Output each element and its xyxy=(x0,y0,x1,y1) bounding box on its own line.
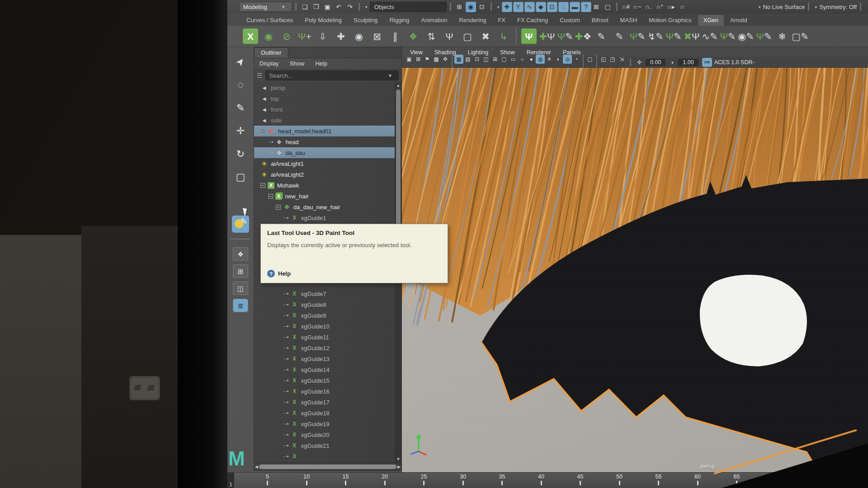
frame-tick-40[interactable]: 40 xyxy=(533,474,549,485)
clapboard-icon[interactable]: ▬ xyxy=(570,2,580,12)
tree-item-da_dau_new_hair[interactable]: −❖da_dau_new_hair xyxy=(254,202,395,212)
xgen-preview-toggle-icon[interactable]: ◉ xyxy=(261,28,276,44)
tree-item-new_hair[interactable]: −Xnew_hair xyxy=(254,191,395,202)
image-plane-icon[interactable]: ▦ xyxy=(432,55,441,64)
shelf-tab-fx[interactable]: FX xyxy=(492,15,511,26)
view-transform-label[interactable]: ACES 1.0 SDR- xyxy=(714,59,755,66)
open-scene-icon[interactable]: ❒ xyxy=(311,2,321,12)
tree-item-head[interactable]: ─●❖head xyxy=(254,136,395,147)
last-tool-3d-paint-tool[interactable]: ✎ xyxy=(232,216,249,233)
scroll-right-icon[interactable]: ▶ xyxy=(397,465,401,469)
move-tool[interactable]: ✛ xyxy=(232,122,249,140)
motion-blur-icon[interactable]: ◔ xyxy=(572,55,581,64)
gate-mask-icon[interactable]: ◫ xyxy=(481,55,491,64)
tooltip-help-link[interactable]: Help xyxy=(278,270,291,277)
groom-cut-brush-icon[interactable]: ↯✎ xyxy=(648,28,663,44)
outliner-search-input[interactable]: Search... ▼ xyxy=(265,70,399,80)
xgen-bend-guide-icon[interactable]: ↳ xyxy=(496,28,511,44)
lasso-select-tool[interactable]: ◌ xyxy=(232,76,249,94)
layout-outliner-persp-button[interactable]: ≣ xyxy=(233,299,248,312)
xgen-move-guides-icon[interactable]: ✖ xyxy=(478,28,493,44)
shelf-tab-fx-caching[interactable]: FX Caching xyxy=(512,15,553,26)
frame-tick-5[interactable]: 5 xyxy=(259,474,276,485)
tree-item-persp[interactable]: ◄persp xyxy=(254,82,395,93)
tree-item-front[interactable]: ◄front xyxy=(254,104,395,115)
select-objects-icon[interactable]: ◉ xyxy=(466,2,476,12)
outliner-hscrollbar[interactable]: ◀ ▶ xyxy=(254,462,401,470)
magnet-viewplane-icon[interactable]: ∩▸ xyxy=(666,2,676,12)
xgen-export-patches-icon[interactable]: ⇩ xyxy=(315,28,330,44)
scroll-down-icon[interactable]: ▼ xyxy=(395,456,401,462)
frame-tick-10[interactable]: 10 xyxy=(298,474,315,485)
camera-bookmark-icon[interactable]: ⚑ xyxy=(423,55,432,64)
shelf-tab-poly-modeling[interactable]: Poly Modeling xyxy=(299,15,347,26)
groom-grass-brush-icon[interactable]: Ψ✎ xyxy=(557,28,573,44)
shelf-tab-xgen[interactable]: XGen xyxy=(698,15,724,26)
tree-item-xgGuide9[interactable]: ─●XxgGuide9 xyxy=(254,310,395,321)
frame-tick-30[interactable]: 30 xyxy=(455,474,471,485)
frame-tick-50[interactable]: 50 xyxy=(611,474,627,485)
isolate-select-icon[interactable]: ▢ xyxy=(585,55,594,64)
xgen-guide-visibility-icon[interactable]: ◉ xyxy=(351,28,367,44)
snap-point-icon[interactable]: ◆ xyxy=(536,2,546,12)
ik-wishbone-icon[interactable]: Y xyxy=(513,2,524,12)
chevron-down-icon[interactable]: ▾ xyxy=(497,5,500,9)
undo-icon[interactable]: ↶ xyxy=(334,2,344,12)
outliner-panel-tab[interactable]: Outliner xyxy=(254,47,288,58)
shelf-tab-arnold[interactable]: Arnold xyxy=(725,15,753,26)
resize-icon[interactable]: ⇲ xyxy=(617,55,626,64)
tree-item-xgGuide20[interactable]: ─●XxgGuide20 xyxy=(254,429,395,440)
resolution-gate-icon[interactable]: ⊡ xyxy=(472,55,481,64)
scale-tool[interactable]: ▢ xyxy=(232,169,249,186)
expander-icon[interactable]: − xyxy=(268,194,273,199)
selection-marquee-icon[interactable]: ▢ xyxy=(603,2,613,12)
menu-set-selector[interactable]: Modeling ▼ xyxy=(239,2,292,12)
layout-two-pane-button[interactable]: ◫ xyxy=(233,282,248,295)
paint-select-tool[interactable]: ✎ xyxy=(232,99,249,117)
groom-place-brush-icon[interactable]: ✎ xyxy=(594,28,609,44)
magnet-point-icon[interactable]: ∩. xyxy=(643,2,654,12)
tree-item-xgGuide11[interactable]: ─●XxgGuide11 xyxy=(254,332,395,343)
symmetry-field[interactable]: Symmetry: Off xyxy=(819,4,857,10)
particle-cluster-icon[interactable]: ∴ xyxy=(558,2,569,12)
tree-item-Mohawk[interactable]: −XMohawk xyxy=(254,180,395,191)
xgen-editor-icon[interactable]: X xyxy=(243,28,258,44)
help-icon[interactable]: ? xyxy=(581,2,591,12)
frame-tick-20[interactable]: 20 xyxy=(377,474,393,485)
groom-comb-brush-icon[interactable]: ✎ xyxy=(612,28,627,44)
xgen-guide-outline-icon[interactable]: ▢ xyxy=(460,28,475,44)
ao-icon[interactable]: ◎ xyxy=(563,55,572,64)
safe-title-icon[interactable]: ▭ xyxy=(509,55,518,64)
xgen-mirror-guides-icon[interactable]: ∥ xyxy=(387,28,403,44)
chevron-down-icon[interactable]: ▾ xyxy=(365,5,368,9)
exposure-icon[interactable]: ✣ xyxy=(635,58,644,67)
frame-tick-60[interactable]: 60 xyxy=(689,474,706,485)
tree-item-aiAreaLight2[interactable]: ☀aiAreaLight2 xyxy=(254,169,395,180)
tree-item-head_model:head01[interactable]: −◤head_model:head01 xyxy=(254,126,395,136)
grid-icon[interactable]: ▦ xyxy=(454,55,463,64)
expander-icon[interactable]: − xyxy=(260,183,265,188)
xgen-disable-preview-icon[interactable]: ⊘ xyxy=(279,28,294,44)
tree-item-xgGuide10[interactable]: ─●XxgGuide10 xyxy=(254,321,395,332)
menu-show[interactable]: Show xyxy=(290,60,305,67)
groom-add-guides-icon[interactable]: ✚Ψ xyxy=(539,28,555,44)
snap-curve-icon[interactable]: ∿ xyxy=(524,2,535,12)
filter-icon[interactable]: ☰ xyxy=(257,72,263,79)
shelf-tab-rigging[interactable]: Rigging xyxy=(384,15,415,26)
objects-field[interactable]: Objects xyxy=(370,2,447,12)
select-hierarchy-icon[interactable]: ⊞ xyxy=(454,2,465,12)
tree-item-xgGuide8[interactable]: ─●XxgGuide8 xyxy=(254,299,395,310)
safe-action-icon[interactable]: ▢ xyxy=(500,55,509,64)
magnet-grid-icon[interactable]: ∩# xyxy=(621,2,631,12)
chevron-down-icon[interactable]: ▾ xyxy=(759,5,761,9)
tree-item-xgGuide19[interactable]: ─●XxgGuide19 xyxy=(254,418,395,429)
xgen-create-description-icon[interactable]: Ψ+ xyxy=(297,28,312,44)
hscroll-thumb[interactable] xyxy=(259,465,396,469)
tree-item-xgGuide15[interactable]: ─●XxgGuide15 xyxy=(254,375,395,386)
tree-item-xgGuide14[interactable]: ─●XxgGuide14 xyxy=(254,364,395,375)
marquee-frame-icon[interactable]: ⊡ xyxy=(547,2,557,12)
rotate-tool[interactable]: ↻ xyxy=(232,145,249,163)
tree-item-da_dau[interactable]: ─●❖da_dau xyxy=(254,147,395,158)
magnet-live-icon[interactable]: ∩ xyxy=(677,2,688,12)
tree-item-side[interactable]: ◄side xyxy=(254,115,395,126)
